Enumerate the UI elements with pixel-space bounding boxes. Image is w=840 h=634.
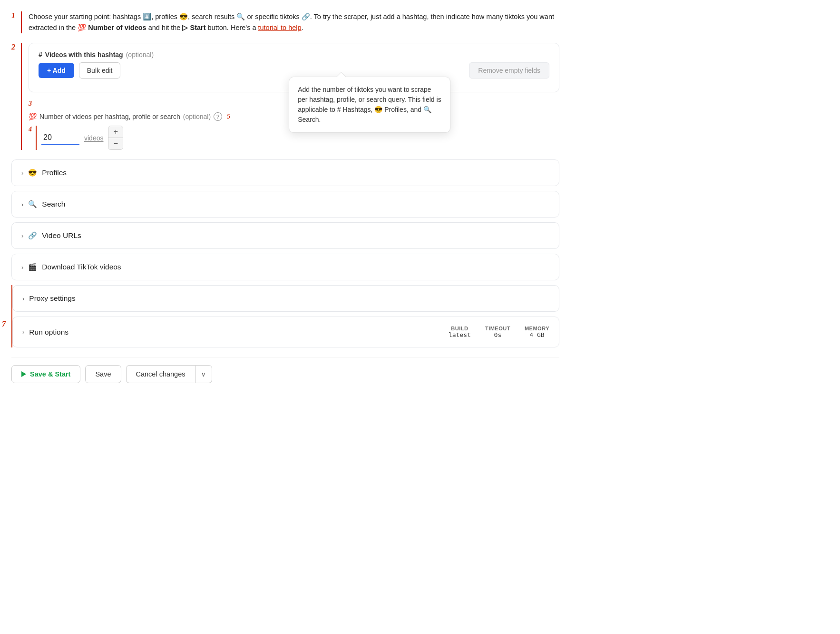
video-urls-title: Video URLs bbox=[42, 231, 81, 240]
number-input[interactable]: 20 bbox=[41, 131, 79, 145]
build-group: BUILD latest bbox=[449, 326, 471, 338]
build-value: latest bbox=[449, 331, 471, 338]
timeout-label: TIMEOUT bbox=[485, 326, 510, 331]
cancel-group: Cancel changes ∨ bbox=[126, 365, 212, 383]
profiles-header[interactable]: › 😎 Profiles bbox=[12, 160, 559, 186]
step-7-annotation: 7 bbox=[2, 320, 6, 328]
cancel-button[interactable]: Cancel changes bbox=[126, 365, 195, 383]
add-button[interactable]: + Add bbox=[39, 63, 74, 78]
number-emoji: 💯 bbox=[29, 113, 37, 120]
hashtag-optional: (optional) bbox=[126, 51, 154, 59]
number-optional: (optional) bbox=[183, 113, 211, 120]
hashtag-label-text: Videos with this hashtag bbox=[45, 51, 123, 59]
proxy-header[interactable]: › Proxy settings bbox=[13, 286, 559, 311]
decrement-button[interactable]: − bbox=[108, 138, 123, 149]
video-urls-section: › 🔗 Video URLs bbox=[11, 222, 559, 249]
memory-group: MEMORY 4 GB bbox=[525, 326, 549, 338]
download-emoji: 🎬 bbox=[28, 263, 37, 271]
search-title: Search bbox=[42, 200, 65, 208]
cancel-chevron-icon: ∨ bbox=[201, 371, 206, 378]
download-header[interactable]: › 🎬 Download TikTok videos bbox=[12, 254, 559, 280]
step-3-annotation: 3 bbox=[29, 100, 32, 108]
save-button[interactable]: Save bbox=[85, 365, 121, 383]
search-section: › 🔍 Search bbox=[11, 191, 559, 218]
memory-value: 4 GB bbox=[525, 331, 549, 338]
step-2-number: 2 bbox=[11, 43, 15, 51]
search-header[interactable]: › 🔍 Search bbox=[12, 191, 559, 217]
timeout-value: 0s bbox=[485, 331, 510, 338]
download-section: › 🎬 Download TikTok videos bbox=[11, 254, 559, 280]
download-title: Download TikTok videos bbox=[42, 263, 121, 271]
build-label: BUILD bbox=[449, 326, 471, 331]
tooltip-text: Add the number of tiktoks you want to sc… bbox=[298, 86, 441, 123]
run-options-section: › Run options BUILD latest TIMEOUT 0s ME… bbox=[12, 317, 559, 347]
run-options-title: Run options bbox=[29, 328, 68, 337]
memory-label: MEMORY bbox=[525, 326, 549, 331]
profiles-chevron-icon: › bbox=[21, 169, 23, 177]
video-urls-chevron-icon: › bbox=[21, 232, 23, 239]
video-urls-header[interactable]: › 🔗 Video URLs bbox=[12, 223, 559, 248]
tooltip-box: Add the number of tiktoks you want to sc… bbox=[289, 77, 450, 133]
help-icon[interactable]: ? bbox=[214, 112, 222, 121]
play-icon bbox=[21, 371, 26, 377]
hashtag-section-label: # Videos with this hashtag (optional) bbox=[39, 51, 549, 59]
profiles-emoji: 😎 bbox=[28, 168, 37, 177]
hashtag-icon: # bbox=[39, 51, 42, 59]
step-1-number: 1 bbox=[11, 11, 15, 20]
profiles-section: › 😎 Profiles bbox=[11, 159, 559, 186]
proxy-title: Proxy settings bbox=[29, 294, 75, 303]
number-stepper: + − bbox=[108, 126, 123, 150]
run-options-meta: BUILD latest TIMEOUT 0s MEMORY 4 GB bbox=[449, 326, 549, 338]
increment-button[interactable]: + bbox=[108, 126, 123, 138]
step-5-annotation: 5 bbox=[227, 113, 230, 120]
search-chevron-icon: › bbox=[21, 201, 23, 208]
profiles-title: Profiles bbox=[42, 168, 67, 177]
videos-label: videos bbox=[84, 134, 103, 142]
proxy-section: › Proxy settings bbox=[12, 285, 559, 312]
cancel-chevron-button[interactable]: ∨ bbox=[195, 365, 212, 383]
save-start-button[interactable]: Save & Start bbox=[11, 365, 80, 383]
number-label-text: Number of videos per hashtag, profile or… bbox=[39, 113, 180, 120]
download-chevron-icon: › bbox=[21, 264, 23, 271]
search-emoji: 🔍 bbox=[28, 200, 37, 208]
save-start-label: Save & Start bbox=[30, 370, 70, 378]
video-urls-emoji: 🔗 bbox=[28, 231, 37, 240]
action-bar: Save & Start Save Cancel changes ∨ bbox=[11, 357, 559, 383]
timeout-group: TIMEOUT 0s bbox=[485, 326, 510, 338]
step-4-annotation: 4 bbox=[29, 126, 32, 133]
bulk-edit-button[interactable]: Bulk edit bbox=[79, 62, 121, 79]
tutorial-link[interactable]: tutorial to help bbox=[258, 24, 302, 31]
remove-empty-button[interactable]: Remove empty fields bbox=[469, 62, 549, 79]
proxy-chevron-icon: › bbox=[22, 295, 24, 302]
intro-text: Choose your starting point: hashtags #️⃣… bbox=[29, 11, 559, 33]
run-options-chevron-icon: › bbox=[22, 328, 24, 336]
run-options-header[interactable]: › Run options BUILD latest TIMEOUT 0s ME… bbox=[13, 317, 559, 347]
